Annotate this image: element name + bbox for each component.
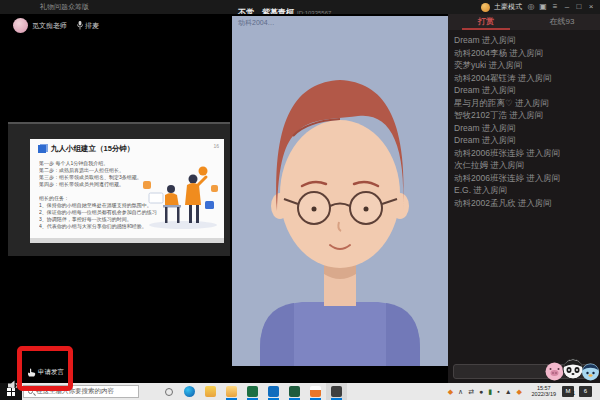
chat-text: 次仁拉姆 进入房间 (454, 159, 596, 172)
slide-logo-icon (38, 145, 46, 153)
chat-message: 次仁拉姆 进入房间 (454, 159, 596, 172)
chat-message: 动科2006班张连婷 进入房间 (454, 147, 596, 160)
participant-label: 动科2004… (238, 18, 275, 28)
bird-sticker[interactable] (581, 362, 600, 381)
capture-icon[interactable] (488, 383, 492, 400)
taskbar-clock[interactable]: 15:57 2022/3/19 (532, 385, 556, 397)
system-tray (448, 383, 522, 400)
slide-text-line: 3、协调陪伴，掌控好每一次练习的时间。 (39, 216, 157, 223)
slide-text-line: 组长的任务： (39, 195, 157, 202)
sticker-row (545, 358, 600, 382)
chat-text: 奕梦yuki 进入房间 (454, 59, 596, 72)
chat-message: 动科2004李杨 进入房间 (454, 47, 596, 60)
tab-reward-label: 打赏 (478, 17, 494, 26)
chat-text: 星与月的距离♡ 进入房间 (454, 97, 596, 110)
effects-icon[interactable] (526, 0, 536, 14)
chat-message: Dream 进入房间 (454, 84, 596, 97)
chat-message: Dream 进入房间 (454, 122, 596, 135)
meeting-app-icon[interactable] (326, 383, 347, 400)
chat-text: 动科2002孟凡欣 进入房间 (454, 197, 596, 210)
minimize-icon[interactable] (562, 0, 572, 14)
mic-tray-icon[interactable] (497, 383, 499, 400)
chat-text: Dream 进入房间 (454, 84, 596, 97)
slide-title: 九人小组建立（15分钟） (51, 144, 134, 154)
notifications-icon[interactable]: 6 (579, 386, 592, 397)
chat-text: 智牧2102丁浩 进入房间 (454, 109, 596, 122)
chat-message-list[interactable]: Dream 进入房间 动科2004阮子豪 这个说话需要认证 动科2004李杨 进… (454, 34, 596, 360)
chat-message: E.G. 进入房间 (454, 184, 596, 197)
stage: 动科2004… (232, 14, 448, 383)
chat-text: Dream 进入房间 (454, 34, 596, 47)
chat-message: 动科2006班张连婷 进入房间 (454, 172, 596, 185)
sync-icon[interactable] (468, 383, 474, 400)
chat-text: Dream 进入房间 (454, 122, 596, 135)
qq-icon[interactable] (305, 383, 326, 400)
video-column: 觅文痴老师 排麦 九人小组建立（15分钟） 16 第一步 每个人1分钟自我介绍。… (0, 14, 232, 383)
qq-tray-icon[interactable] (448, 383, 453, 400)
coin-icon (481, 3, 490, 12)
chat-message: Dream 进入房间 (454, 134, 596, 147)
cortana-icon[interactable] (158, 383, 179, 400)
slide-text-line: 第四步：组长带领成员共同遵行组规。 (39, 181, 157, 188)
active-tab-underline (462, 28, 510, 30)
screen-share-video: 九人小组建立（15分钟） 16 第一步 每个人1分钟自我介绍。第二步：成熟后再选… (8, 122, 230, 256)
slide-text-line: 4、代表你的小组与大家分享你们的感悟和经验。 (39, 223, 157, 230)
chat-message: 奕梦yuki 进入房间 (454, 59, 596, 72)
mic-icon (77, 21, 83, 30)
network-icon[interactable] (505, 383, 512, 400)
tab-reward[interactable]: 打赏 (448, 14, 524, 30)
presentation-slide: 九人小组建立（15分钟） 16 第一步 每个人1分钟自我介绍。第二步：成熟后再选… (30, 139, 224, 243)
hidden-icons-icon[interactable] (458, 383, 463, 400)
host-avatar[interactable] (13, 18, 28, 33)
tab-online[interactable]: 在线93 (524, 14, 600, 30)
slide-body: 第一步 每个人1分钟自我介绍。第二步：成熟后再选出一人担任组长。第三步：组长带领… (39, 160, 157, 230)
taskbar-apps (158, 383, 347, 400)
host-row: 觅文痴老师 排麦 (13, 18, 99, 33)
chat-message: Dream 进入房间 (454, 34, 596, 47)
close-icon[interactable] (586, 0, 596, 14)
notification-badge: 6 (584, 388, 587, 394)
chat-tabs: 打赏 在线93 (448, 14, 600, 30)
chat-message: 动科2002孟凡欣 进入房间 (454, 197, 596, 210)
taskbar: 在这里输入你要搜索的内容 15:57 2022/3/19 M1 6 (0, 383, 600, 400)
chat-text: Dream 进入房间 (454, 134, 596, 147)
slide-text-line: 2、保证你的小组每一位组员都有机会参加自己的练习。 (39, 209, 157, 216)
chat-panel: 打赏 在线93 Dream 进入房间 动科2004阮子豪 这个说话需要认证 动科… (448, 14, 600, 383)
slide-text-line: 第一步 每个人1分钟自我介绍。 (39, 160, 157, 167)
excel-icon[interactable] (242, 383, 263, 400)
clock-date: 2022/3/19 (532, 391, 556, 397)
menu-icon[interactable] (550, 0, 560, 14)
participant-video-avatar (232, 16, 448, 366)
queue-mic-label[interactable]: 排麦 (85, 21, 99, 31)
window-title: 礼物问题众筹版 (40, 2, 89, 12)
chat-text: 动科2006班张连婷 进入房间 (454, 172, 596, 185)
annotation-box (17, 346, 73, 391)
ime-icon[interactable]: M1 (562, 386, 574, 397)
titlebar: 礼物问题众筹版 不觉、紫慕青柯ID:10335567 土豪模式 (0, 0, 600, 14)
chat-text: E.G. 进入房间 (454, 184, 596, 197)
chat-text: 动科2004翟钰涛 进入房间 (454, 72, 596, 85)
window-controls (526, 0, 596, 14)
slide-text-line: 第二步：成熟后再选出一人担任组长。 (39, 167, 157, 174)
host-name: 觅文痴老师 (32, 21, 67, 31)
outlook-icon[interactable] (263, 383, 284, 400)
dingtalk-icon[interactable] (284, 383, 305, 400)
popout-icon[interactable] (538, 0, 548, 14)
security-tray-icon[interactable] (517, 383, 522, 400)
file-explorer-icon[interactable] (221, 383, 242, 400)
cloud-icon[interactable] (479, 383, 483, 400)
app-window: 礼物问题众筹版 不觉、紫慕青柯ID:10335567 土豪模式 觅文痴老师 排麦… (0, 0, 600, 400)
tab-online-label: 在线93 (550, 17, 575, 26)
maximize-icon[interactable] (574, 0, 584, 14)
edge-icon[interactable] (179, 383, 200, 400)
slide-page-number: 16 (213, 143, 219, 149)
slide-text-line: 第三步：组长带领成员取组名、制定3条组规。 (39, 174, 157, 181)
chat-message: 智牧2102丁浩 进入房间 (454, 109, 596, 122)
ime-badge: 1 (572, 388, 575, 399)
chat-text: 动科2006班张连婷 进入房间 (454, 147, 596, 160)
chat-text: 动科2004李杨 进入房间 (454, 47, 596, 60)
app-misc-icon[interactable] (200, 383, 221, 400)
slide-text-line: 1、保持你的小组自始至终处在温暖支持的氛围中。 (39, 202, 157, 209)
slide-illustration (141, 165, 221, 231)
chat-message: 星与月的距离♡ 进入房间 (454, 97, 596, 110)
